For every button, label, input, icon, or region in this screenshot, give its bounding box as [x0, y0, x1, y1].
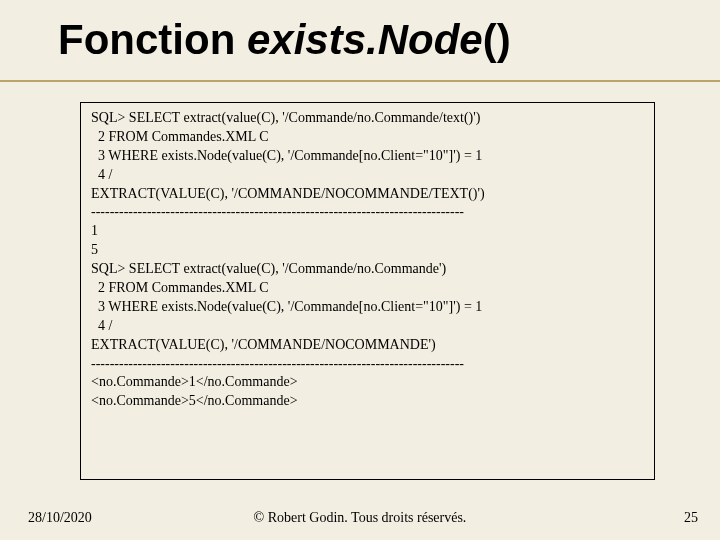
page-number: 25	[684, 510, 698, 526]
code-line: 2 FROM Commandes.XML C	[91, 279, 644, 298]
slide: Fonction exists.Node() SQL> SELECT extra…	[0, 0, 720, 540]
code-line: <no.Commande>1</no.Commande>	[91, 373, 644, 392]
code-line: 4 /	[91, 317, 644, 336]
code-line: 3 WHERE exists.Node(value(C), '/Commande…	[91, 147, 644, 166]
code-line: ----------------------------------------…	[91, 355, 644, 374]
code-line: SQL> SELECT extract(value(C), '/Commande…	[91, 109, 644, 128]
code-line: 4 /	[91, 166, 644, 185]
divider	[0, 80, 720, 82]
code-line: 1	[91, 222, 644, 241]
code-line: EXTRACT(VALUE(C), '/COMMANDE/NOCOMMANDE'…	[91, 336, 644, 355]
code-line: <no.Commande>5</no.Commande>	[91, 392, 644, 411]
code-line: EXTRACT(VALUE(C), '/COMMANDE/NOCOMMANDE/…	[91, 185, 644, 204]
code-line: 2 FROM Commandes.XML C	[91, 128, 644, 147]
title-left: Fonction	[58, 16, 247, 63]
title-italic: exists.Node	[247, 16, 483, 63]
code-line: 5	[91, 241, 644, 260]
code-box: SQL> SELECT extract(value(C), '/Commande…	[80, 102, 655, 480]
code-line: SQL> SELECT extract(value(C), '/Commande…	[91, 260, 644, 279]
slide-title: Fonction exists.Node()	[58, 16, 511, 64]
footer-copyright: © Robert Godin. Tous droits réservés.	[0, 510, 720, 526]
title-right: ()	[483, 16, 511, 63]
code-line: ----------------------------------------…	[91, 203, 644, 222]
code-line: 3 WHERE exists.Node(value(C), '/Commande…	[91, 298, 644, 317]
footer: 28/10/2020 © Robert Godin. Tous droits r…	[0, 506, 720, 526]
